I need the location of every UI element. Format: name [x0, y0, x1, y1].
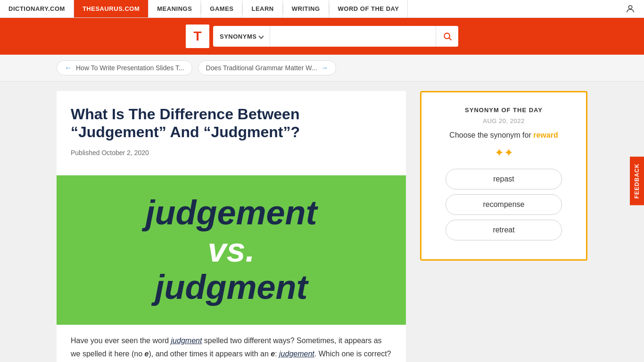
article-title: What Is The Difference Between “Judgemen…: [71, 105, 392, 141]
search-type-label: SYNONYMS: [220, 33, 256, 40]
main-content: What Is The Difference Between “Judgemen…: [0, 82, 644, 362]
body-text-5: . Which one is correct?: [314, 350, 391, 358]
search-input[interactable]: [270, 26, 436, 47]
left-arrow-icon: ←: [65, 64, 72, 72]
article-header: What Is The Difference Between “Judgemen…: [57, 91, 406, 175]
sotd-target-word: reward: [533, 131, 558, 139]
search-icon: [443, 32, 452, 41]
sotd-date: AUG 20, 2022: [431, 117, 577, 124]
article-body: Have you ever seen the word judgment spe…: [57, 325, 406, 362]
svg-line-2: [449, 38, 451, 41]
games-nav-item[interactable]: GAMES: [201, 0, 242, 17]
site-logo[interactable]: T: [186, 25, 209, 48]
next-article-label: Does Traditional Grammar Matter W...: [206, 64, 317, 72]
judgment-link[interactable]: judgment: [171, 337, 202, 345]
body-text-3: ), and other times it appears with an: [149, 350, 271, 358]
writing-nav-item[interactable]: WRITING: [283, 0, 329, 17]
article-hero-image: judgement vs. judgment: [57, 175, 406, 325]
chevron-down-icon: [259, 33, 264, 39]
site-header: T SYNONYMS: [0, 18, 644, 55]
svg-point-1: [444, 33, 450, 39]
sotd-option-recompense[interactable]: recompense: [446, 194, 562, 215]
svg-point-0: [628, 5, 632, 8]
prev-article-pill[interactable]: ← How To Write Presentation Slides T...: [57, 60, 192, 75]
thesaurus-nav-item[interactable]: THESAURUS.COM: [74, 0, 148, 17]
sparkle-icon: ✦✦: [431, 146, 577, 159]
synonym-of-the-day-widget: SYNONYM OF THE DAY AUG 20, 2022 Choose t…: [420, 91, 587, 261]
word-of-day-nav-item[interactable]: WORD OF THE DAY: [330, 0, 408, 17]
body-text-4: :: [275, 350, 279, 358]
feedback-tab[interactable]: FEEDBACK: [630, 157, 644, 206]
meanings-nav-item[interactable]: MEANINGS: [148, 0, 201, 17]
prev-article-label: How To Write Presentation Slides T...: [76, 64, 184, 72]
hero-word-judgement: judgement: [145, 194, 317, 231]
dictionary-nav-item[interactable]: DICTIONARY.COM: [0, 0, 74, 17]
learn-nav-item[interactable]: LEARN: [243, 0, 282, 17]
sotd-option-repast[interactable]: repast: [446, 169, 562, 189]
search-type-selector[interactable]: SYNONYMS: [213, 26, 270, 47]
next-article-pill[interactable]: Does Traditional Grammar Matter W... →: [198, 60, 337, 75]
hero-word-judgment: judgment: [155, 269, 308, 306]
body-text-1: Have you ever seen the word: [71, 337, 171, 345]
sotd-option-retreat[interactable]: retreat: [446, 220, 562, 240]
person-icon: [625, 4, 636, 14]
top-navigation: DICTIONARY.COM THESAURUS.COM MEANINGS GA…: [0, 0, 644, 18]
breadcrumb-navigation: ← How To Write Presentation Slides T... …: [0, 55, 644, 82]
judgement-italic: judgement: [279, 350, 314, 358]
article-meta: Published October 2, 2020: [71, 149, 392, 156]
sotd-title: SYNONYM OF THE DAY: [431, 107, 577, 114]
search-bar: SYNONYMS: [213, 26, 458, 47]
body-e2: e: [271, 350, 275, 358]
article: What Is The Difference Between “Judgemen…: [57, 91, 406, 362]
search-button[interactable]: [436, 26, 458, 47]
hero-vs: vs.: [207, 231, 255, 269]
sidebar: SYNONYM OF THE DAY AUG 20, 2022 Choose t…: [420, 91, 587, 362]
account-icon-button[interactable]: [617, 4, 644, 14]
right-arrow-icon: →: [321, 64, 328, 72]
sotd-prompt: Choose the synonym for reward: [431, 131, 577, 140]
